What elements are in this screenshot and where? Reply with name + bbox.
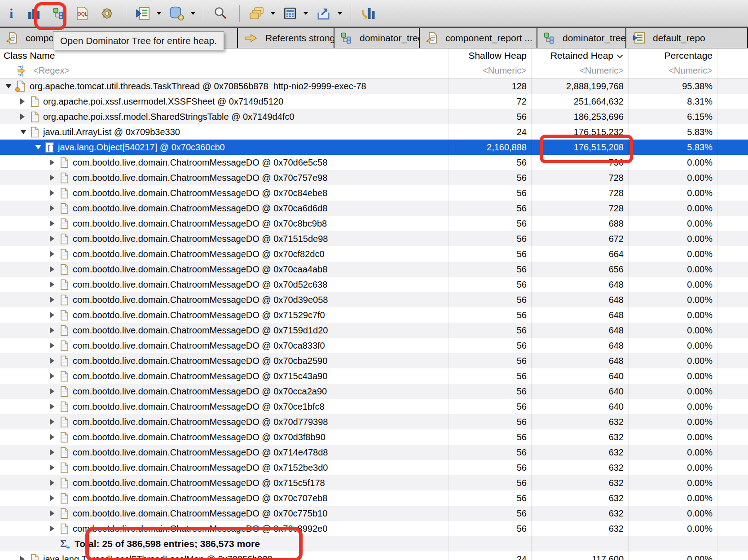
export-button[interactable] (313, 3, 344, 24)
table-row[interactable]: com.bootdo.live.domain.ChatroomMessageDO… (0, 323, 748, 338)
table-row[interactable]: com.bootdo.live.domain.ChatroomMessageDO… (0, 292, 748, 307)
table-row[interactable]: org.apache.tomcat.util.threads.TaskThrea… (0, 79, 748, 94)
expander-collapsed-icon[interactable] (50, 464, 59, 471)
column-header-retained-heap[interactable]: Retained Heap (532, 48, 629, 63)
expander-collapsed-icon[interactable] (50, 358, 59, 364)
table-row[interactable]: com.bootdo.live.domain.ChatroomMessageDO… (0, 246, 748, 262)
column-header-percentage[interactable]: Percentage (629, 48, 717, 63)
expander-collapsed-icon[interactable] (50, 327, 59, 333)
calculator-button[interactable] (281, 3, 310, 24)
expander-collapsed-icon[interactable] (50, 403, 59, 410)
table-row[interactable]: java.lang.ThreadLocal$ThreadLocalMap @ 0… (0, 551, 748, 560)
numeric-filter-cell[interactable]: <Numeric> (449, 63, 532, 78)
expander-collapsed-icon[interactable] (50, 480, 59, 486)
chevron-down-icon[interactable] (191, 12, 195, 15)
table-row[interactable]: com.bootdo.live.domain.ChatroomMessageDO… (0, 445, 748, 460)
expander-collapsed-icon[interactable] (50, 449, 59, 455)
table-row[interactable]: com.bootdo.live.domain.ChatroomMessageDO… (0, 338, 748, 353)
table-row[interactable]: []java.lang.Object[540217] @ 0x70c360cb0… (0, 140, 748, 155)
table-row[interactable]: com.bootdo.live.domain.ChatroomMessageDO… (0, 384, 748, 399)
dominator-tree-button[interactable] (50, 3, 70, 24)
expander-collapsed-icon[interactable] (50, 281, 59, 288)
query-list-button[interactable] (133, 3, 163, 24)
table-row[interactable]: com.bootdo.live.domain.ChatroomMessageDO… (0, 429, 748, 445)
class-name-label: com.bootdo.live.domain.ChatroomMessageDO… (73, 158, 327, 168)
table-row[interactable]: com.bootdo.live.domain.ChatroomMessageDO… (0, 201, 748, 216)
expander-open-icon[interactable] (35, 145, 44, 149)
table-row[interactable]: com.bootdo.live.domain.ChatroomMessageDO… (0, 353, 748, 368)
shallow-heap-value: 56 (517, 112, 527, 122)
table-row[interactable]: com.bootdo.live.domain.ChatroomMessageDO… (0, 155, 748, 170)
chevron-down-icon[interactable] (304, 12, 308, 15)
regex-filter-cell[interactable]: <Regex> (0, 63, 449, 78)
expander-collapsed-icon[interactable] (50, 190, 59, 196)
table-row[interactable]: java.util.ArrayList @ 0x709b3e33024176,5… (0, 124, 748, 140)
expander-collapsed-icon[interactable] (50, 175, 59, 181)
row-filler (717, 262, 748, 277)
group-by-button[interactable] (246, 3, 277, 24)
table-row[interactable]: com.bootdo.live.domain.ChatroomMessageDO… (0, 216, 748, 231)
table-row[interactable]: com.bootdo.live.domain.ChatroomMessageDO… (0, 506, 748, 521)
tab-referents-strongl-[interactable]: Referents strongl... (238, 28, 334, 48)
expander-collapsed-icon[interactable] (20, 98, 29, 105)
expander-collapsed-icon[interactable] (50, 388, 59, 394)
table-row[interactable]: com.bootdo.live.domain.ChatroomMessageDO… (0, 414, 748, 429)
numeric-filter-cell[interactable]: <Numeric> (629, 63, 717, 78)
table-row[interactable]: com.bootdo.live.domain.ChatroomMessageDO… (0, 185, 748, 201)
tab-dominator-tree[interactable]: dominator_tree (334, 28, 420, 48)
chevron-down-icon[interactable] (157, 12, 161, 15)
table-row[interactable]: org.apache.poi.xssf.model.SharedStringsT… (0, 109, 748, 124)
expander-collapsed-icon[interactable] (50, 495, 59, 501)
search-button[interactable] (211, 3, 233, 24)
compare-button[interactable] (358, 3, 381, 24)
expander-collapsed-icon[interactable] (50, 419, 59, 425)
table-row[interactable]: com.bootdo.live.domain.ChatroomMessageDO… (0, 231, 748, 246)
arrow-right-icon (244, 33, 258, 43)
percentage-value: 0.00% (629, 353, 717, 368)
table-row[interactable]: com.bootdo.live.domain.ChatroomMessageDO… (0, 262, 748, 277)
expander-collapsed-icon[interactable] (50, 434, 59, 440)
table-row[interactable]: com.bootdo.live.domain.ChatroomMessageDO… (0, 490, 748, 506)
table-row[interactable]: org.apache.poi.xssf.usermodel.XSSFSheet … (0, 94, 748, 109)
table-row[interactable]: com.bootdo.live.domain.ChatroomMessageDO… (0, 399, 748, 414)
numeric-filter-cell[interactable]: <Numeric> (532, 63, 629, 78)
table-row[interactable]: com.bootdo.live.domain.ChatroomMessageDO… (0, 475, 748, 490)
table-row[interactable]: com.bootdo.live.domain.ChatroomMessageDO… (0, 460, 748, 475)
table-row[interactable]: com.bootdo.live.domain.ChatroomMessageDO… (0, 170, 748, 185)
chevron-down-icon[interactable] (271, 12, 275, 15)
table-row[interactable]: com.bootdo.live.domain.ChatroomMessageDO… (0, 277, 748, 292)
table-row[interactable]: com.bootdo.live.domain.ChatroomMessageDO… (0, 307, 748, 323)
percentage-value: 0.00% (687, 432, 713, 442)
expander-collapsed-icon[interactable] (50, 297, 59, 303)
heap-queries-button[interactable] (167, 3, 197, 24)
tab-default-repo[interactable]: default_repo (626, 28, 748, 48)
expander-collapsed-icon[interactable] (50, 266, 59, 272)
expander-collapsed-icon[interactable] (50, 525, 59, 532)
class-name-label: com.bootdo.live.domain.ChatroomMessageDO… (73, 341, 325, 351)
expander-collapsed-icon[interactable] (50, 251, 59, 257)
expander-collapsed-icon[interactable] (50, 342, 59, 349)
expander-collapsed-icon[interactable] (50, 220, 59, 227)
expander-collapsed-icon[interactable] (50, 205, 59, 211)
chevron-down-icon[interactable] (338, 12, 342, 15)
gear-button[interactable] (97, 3, 119, 24)
object-page-icon (60, 188, 69, 199)
oql-button[interactable]: OQL (73, 3, 94, 24)
table-row[interactable]: com.bootdo.live.domain.ChatroomMessageDO… (0, 368, 748, 384)
column-header-class-name[interactable]: Class Name (0, 48, 449, 63)
histogram-button[interactable] (24, 3, 47, 24)
expander-open-icon[interactable] (5, 84, 14, 88)
tab-dominator-tree[interactable]: dominator_tree (537, 28, 626, 48)
expander-collapsed-icon[interactable] (20, 556, 29, 560)
tab-component-report-[interactable]: component_report ... (420, 28, 537, 48)
expander-collapsed-icon[interactable] (50, 373, 59, 379)
table-row[interactable]: com.bootdo.live.domain.ChatroomMessageDO… (0, 521, 748, 536)
expander-open-icon[interactable] (20, 130, 29, 134)
expander-collapsed-icon[interactable] (50, 159, 59, 166)
expander-collapsed-icon[interactable] (50, 236, 59, 242)
expander-collapsed-icon[interactable] (50, 312, 59, 318)
expander-collapsed-icon[interactable] (50, 510, 59, 516)
expander-collapsed-icon[interactable] (20, 114, 29, 120)
info-button[interactable]: i (5, 3, 21, 24)
column-header-shallow-heap[interactable]: Shallow Heap (449, 48, 532, 63)
